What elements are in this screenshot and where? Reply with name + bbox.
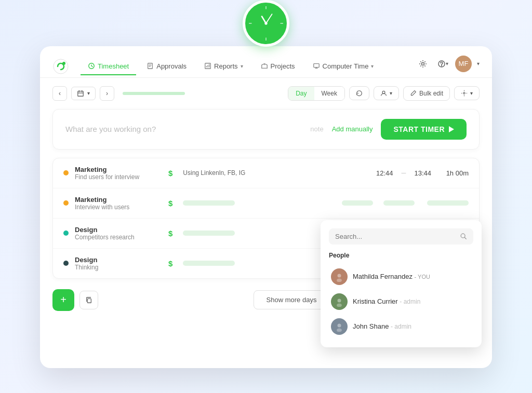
nav-item-reports[interactable]: Reports ▾ [197, 58, 250, 75]
bulk-edit-label: Bulk edit [419, 90, 443, 97]
entry-desc-skeleton [183, 261, 235, 266]
prev-icon: ‹ [59, 90, 61, 97]
person-item[interactable]: Mathilda Fernandez - YOU [329, 264, 473, 289]
clock-widget [243, 0, 289, 47]
more-settings-chevron: ▾ [470, 90, 473, 96]
help-icon [437, 60, 446, 68]
table-row[interactable]: Marketing Find users for interview $ Usi… [53, 158, 479, 188]
day-toggle-button[interactable]: Day [288, 87, 314, 100]
svg-point-25 [441, 65, 442, 66]
search-icon [460, 233, 467, 240]
date-picker-button[interactable]: ▾ [71, 87, 96, 100]
entry-project: Marketing [75, 196, 158, 204]
user-filter-icon [380, 90, 387, 97]
person-name: Mathilda Fernandez - YOU [353, 273, 430, 280]
table-row[interactable]: Marketing Interview with users $ [53, 188, 479, 219]
nav-item-approvals[interactable]: Approvals [139, 58, 194, 75]
monitor-nav-icon [313, 62, 320, 70]
svg-point-23 [422, 62, 424, 65]
avatar [331, 293, 348, 310]
entry-info: Marketing Interview with users [75, 196, 158, 211]
entry-end-time: 13:44 [414, 169, 431, 177]
people-section-label: People [329, 252, 473, 259]
logo[interactable] [52, 58, 69, 75]
avatar [331, 268, 348, 285]
svg-rect-20 [313, 64, 319, 67]
svg-point-39 [338, 299, 341, 302]
user-filter-button[interactable]: ▾ [374, 86, 399, 100]
prev-button[interactable]: ‹ [52, 86, 67, 101]
svg-point-8 [62, 62, 65, 65]
person-item[interactable]: Kristina Currier - admin [329, 289, 473, 314]
user-chevron-icon: ▾ [390, 90, 392, 96]
svg-point-36 [338, 274, 341, 277]
svg-line-5 [266, 14, 272, 23]
calendar-chevron-icon: ▾ [87, 90, 90, 96]
computer-time-label: Computer Time [323, 62, 369, 70]
bulk-edit-button[interactable]: Bulk edit [403, 86, 450, 101]
entry-task: Thinking [75, 264, 158, 271]
app-window: Timesheet Approvals Reports ▾ [40, 46, 492, 368]
play-icon [449, 126, 454, 132]
nav-item-timesheet[interactable]: Timesheet [81, 58, 136, 75]
svg-point-30 [382, 91, 385, 93]
entry-description: Using Linkenln, FB, IG [183, 169, 370, 177]
nav-item-computer-time[interactable]: Computer Time ▾ [305, 58, 381, 75]
approvals-nav-icon [147, 62, 154, 70]
day-week-toggle: Day Week [288, 86, 345, 101]
calendar-icon [77, 90, 84, 97]
dot-indicator [63, 170, 69, 175]
person-item[interactable]: John Shane - admin [329, 314, 473, 339]
entry-info: Design Thinking [75, 256, 158, 271]
timer-note: note [310, 125, 323, 133]
avatar-image [334, 296, 344, 307]
toolbar: ‹ ▾ › Day Week [40, 78, 492, 109]
avatar [331, 318, 348, 335]
avatar-chevron-icon: ▾ [477, 61, 480, 66]
week-toggle-button[interactable]: Week [314, 87, 344, 100]
next-icon: › [106, 90, 108, 97]
refresh-button[interactable] [349, 86, 369, 100]
person-name: Kristina Currier - admin [353, 297, 420, 305]
next-button[interactable]: › [100, 86, 114, 101]
timer-placeholder[interactable]: What are you working on? [65, 125, 302, 133]
nav-item-projects[interactable]: Projects [254, 58, 302, 75]
svg-line-11 [91, 66, 93, 67]
help-nav-button[interactable]: ▾ [435, 57, 450, 71]
dot-indicator [63, 231, 69, 236]
settings-nav-button[interactable] [416, 57, 430, 71]
clock-face [243, 0, 289, 47]
start-timer-button[interactable]: START TIMER [381, 119, 467, 140]
entry-project: Marketing [75, 166, 158, 173]
gear-icon [419, 60, 427, 68]
billable-icon: $ [168, 259, 172, 268]
svg-point-42 [338, 323, 341, 327]
entry-desc-skeleton [183, 200, 235, 206]
nav-right: ▾ MF ▾ [416, 56, 480, 77]
more-settings-button[interactable]: ▾ [454, 86, 480, 100]
edit-icon [410, 90, 417, 97]
add-entry-button[interactable]: + [52, 289, 74, 311]
entry-duration: 1h 00m [437, 169, 469, 177]
search-input[interactable] [335, 233, 456, 240]
svg-rect-12 [148, 63, 153, 69]
add-icon: + [60, 294, 66, 306]
show-more-label: Show more days [267, 296, 317, 304]
entry-project: Design [75, 226, 158, 234]
show-more-button[interactable]: Show more days [254, 290, 330, 309]
projects-label: Projects [271, 62, 295, 70]
entry-end-skeleton [383, 200, 415, 206]
user-avatar[interactable]: MF [455, 56, 472, 72]
svg-line-34 [464, 237, 466, 239]
nav-bar: Timesheet Approvals Reports ▾ [40, 46, 492, 78]
entry-start-skeleton [342, 200, 373, 206]
help-chevron: ▾ [446, 61, 448, 66]
svg-point-31 [463, 92, 465, 94]
entry-start-time: 12:44 [376, 169, 393, 177]
entry-info: Marketing Find users for interview [75, 166, 158, 181]
entry-project: Design [75, 256, 158, 264]
week-label: Week [322, 90, 337, 97]
add-manually-button[interactable]: Add manually [332, 125, 373, 133]
svg-rect-26 [78, 91, 84, 96]
copy-button[interactable] [79, 291, 98, 309]
